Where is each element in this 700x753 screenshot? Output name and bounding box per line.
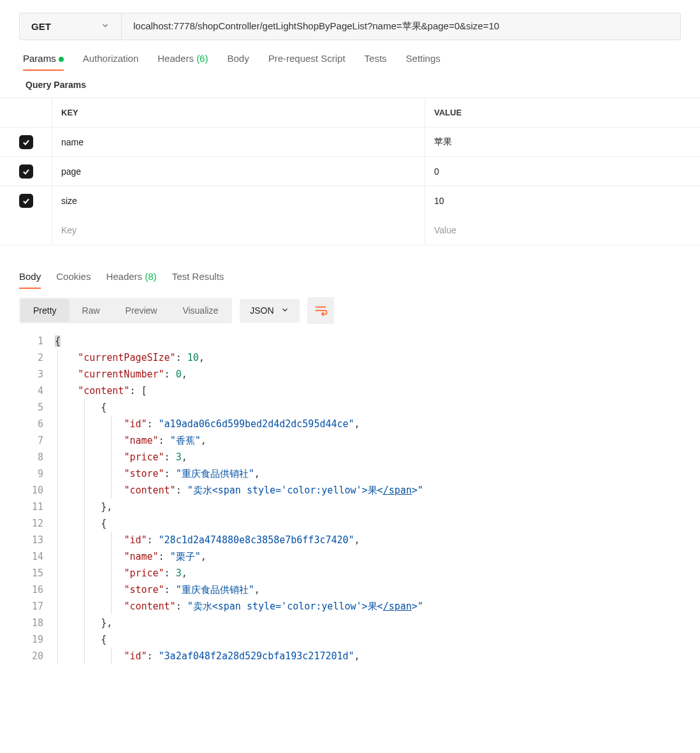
wrap-icon	[314, 303, 328, 318]
chevron-down-icon	[281, 305, 289, 316]
param-value[interactable]: 0	[425, 157, 700, 186]
response-body-viewer[interactable]: 1234567891011121314151617181920 { "curre…	[0, 333, 700, 671]
params-row[interactable]: size 10	[0, 186, 700, 216]
active-dot-icon	[59, 57, 64, 62]
new-value-input[interactable]: Value	[425, 216, 700, 245]
tab-params[interactable]: Params	[23, 53, 64, 70]
line-number-gutter: 1234567891011121314151617181920	[19, 333, 55, 664]
request-tabs: Params Authorization Headers (6) Body Pr…	[0, 40, 700, 71]
chevron-down-icon	[101, 21, 110, 32]
param-checkbox[interactable]	[19, 135, 33, 149]
param-key[interactable]: name	[52, 128, 425, 156]
params-row[interactable]: name 苹果	[0, 128, 700, 157]
param-value[interactable]: 苹果	[425, 128, 700, 156]
response-tab-body[interactable]: Body	[19, 271, 41, 288]
value-column-header: VALUE	[425, 98, 700, 127]
response-tab-cookies[interactable]: Cookies	[56, 271, 91, 288]
response-tab-test-results[interactable]: Test Results	[172, 271, 224, 288]
http-method-selector[interactable]: GET	[20, 13, 122, 40]
tab-body[interactable]: Body	[227, 53, 249, 70]
params-row[interactable]: page 0	[0, 157, 700, 186]
response-tabs: Body Cookies Headers (8) Test Results	[0, 245, 700, 288]
tab-authorization[interactable]: Authorization	[83, 53, 139, 70]
params-table: KEY VALUE name 苹果 page 0 size 10 Key Val…	[0, 98, 700, 245]
param-key[interactable]: size	[52, 186, 425, 216]
param-checkbox[interactable]	[19, 164, 33, 179]
tab-headers[interactable]: Headers (6)	[157, 53, 208, 70]
param-checkbox[interactable]	[19, 194, 33, 208]
params-new-row[interactable]: Key Value	[0, 216, 700, 245]
request-bar: GET	[19, 13, 681, 40]
key-column-header: KEY	[52, 98, 425, 127]
query-params-label: Query Params	[0, 71, 700, 98]
view-controls: Pretty Raw Preview Visualize JSON	[0, 288, 700, 333]
code-body[interactable]: { "currentPageSIze": 10, "currentNumber"…	[55, 333, 681, 664]
wrap-lines-button[interactable]	[307, 297, 334, 324]
response-tab-headers[interactable]: Headers (8)	[106, 271, 156, 288]
new-key-input[interactable]: Key	[52, 216, 425, 245]
view-visualize-button[interactable]: Visualize	[170, 299, 231, 322]
format-selector[interactable]: JSON	[240, 299, 299, 323]
view-mode-group: Pretty Raw Preview Visualize	[19, 298, 232, 323]
view-preview-button[interactable]: Preview	[113, 299, 170, 322]
tab-prerequest[interactable]: Pre-request Script	[268, 53, 346, 70]
http-method-label: GET	[31, 21, 51, 32]
param-value[interactable]: 10	[425, 186, 700, 216]
tab-tests[interactable]: Tests	[365, 53, 387, 70]
view-pretty-button[interactable]: Pretty	[20, 299, 69, 322]
view-raw-button[interactable]: Raw	[69, 299, 113, 322]
params-header-row: KEY VALUE	[0, 98, 700, 128]
param-key[interactable]: page	[52, 157, 425, 186]
tab-settings[interactable]: Settings	[406, 53, 441, 70]
request-url-input[interactable]	[122, 13, 680, 40]
